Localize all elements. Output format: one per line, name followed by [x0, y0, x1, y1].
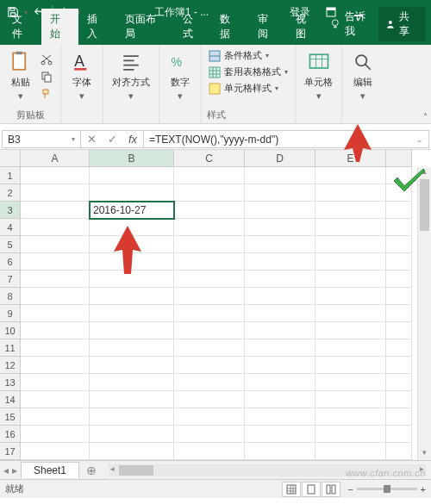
cell-B10[interactable]: [90, 322, 174, 339]
cell-A6[interactable]: [21, 253, 90, 271]
cell-E1[interactable]: [315, 167, 386, 184]
cell-C12[interactable]: [174, 357, 245, 374]
cell-E5[interactable]: [315, 236, 386, 253]
copy-icon[interactable]: [38, 69, 55, 84]
alignment-button[interactable]: 对齐方式▾: [109, 48, 153, 103]
cell-C2[interactable]: [174, 184, 245, 202]
row-header[interactable]: 15: [0, 408, 21, 426]
zoom-in-icon[interactable]: +: [421, 484, 426, 495]
cell-C13[interactable]: [174, 374, 245, 391]
zoom-out-icon[interactable]: −: [347, 484, 353, 495]
number-button[interactable]: % 数字▾: [165, 48, 196, 103]
cells-button[interactable]: 单元格▾: [301, 48, 336, 103]
row-header[interactable]: 9: [0, 305, 21, 322]
cell-B12[interactable]: [90, 357, 174, 374]
row-header[interactable]: 4: [0, 219, 21, 236]
cell-E16[interactable]: [315, 426, 386, 443]
cell-E9[interactable]: [315, 305, 386, 322]
row-header[interactable]: 7: [0, 271, 21, 288]
tab-home[interactable]: 开始: [41, 9, 79, 45]
column-header[interactable]: B: [90, 150, 174, 167]
name-box-dropdown-icon[interactable]: ▾: [72, 135, 75, 143]
tell-me-icon[interactable]: [329, 18, 341, 30]
cell-styles-button[interactable]: 单元格样式▾: [207, 81, 280, 96]
share-button[interactable]: 共享: [378, 7, 426, 41]
cell-C17[interactable]: [174, 443, 245, 460]
cell-A17[interactable]: [21, 443, 90, 460]
cell-D10[interactable]: [245, 322, 315, 339]
login-link[interactable]: 登录: [290, 5, 310, 20]
cell-D17[interactable]: [245, 443, 315, 460]
enter-formula-icon[interactable]: ✓: [102, 133, 122, 146]
cell-A1[interactable]: [21, 167, 90, 184]
cell-D15[interactable]: [245, 408, 315, 426]
cell-A3[interactable]: [21, 202, 90, 219]
cell-B17[interactable]: [90, 443, 174, 460]
formula-input[interactable]: =TEXT(NOW(),"yyyy-m-dd") ⌄: [144, 130, 429, 148]
cell-C3[interactable]: [174, 202, 245, 219]
cell-D12[interactable]: [245, 357, 315, 374]
cell-A10[interactable]: [21, 322, 90, 339]
row-header[interactable]: 5: [0, 236, 21, 253]
cell-A9[interactable]: [21, 305, 90, 322]
editing-button[interactable]: 编辑▾: [347, 48, 378, 103]
row-header[interactable]: 14: [0, 391, 21, 408]
normal-view-icon[interactable]: [282, 482, 301, 497]
scroll-down-icon[interactable]: ▾: [418, 448, 431, 460]
sheet-tab[interactable]: Sheet1: [21, 462, 79, 478]
cell-C6[interactable]: [174, 253, 245, 271]
cell-D3[interactable]: [245, 202, 315, 219]
paste-button[interactable]: 粘贴 ▾: [5, 48, 36, 103]
page-layout-view-icon[interactable]: [302, 482, 321, 497]
cell-B14[interactable]: [90, 391, 174, 408]
tell-me-label[interactable]: 告诉我: [345, 9, 375, 39]
cell-B3[interactable]: 2016-10-27: [90, 202, 174, 219]
cell-E11[interactable]: [315, 339, 386, 357]
column-header[interactable]: A: [21, 150, 90, 167]
cell-C16[interactable]: [174, 426, 245, 443]
cell-A15[interactable]: [21, 408, 90, 426]
cell-D11[interactable]: [245, 339, 315, 357]
cell-A16[interactable]: [21, 426, 90, 443]
cell-C15[interactable]: [174, 408, 245, 426]
cell-C4[interactable]: [174, 219, 245, 236]
cell-E7[interactable]: [315, 271, 386, 288]
cell-B1[interactable]: [90, 167, 174, 184]
row-header[interactable]: 3: [0, 202, 21, 219]
cell-B9[interactable]: [90, 305, 174, 322]
name-box[interactable]: B3 ▾: [2, 130, 81, 148]
cell-B11[interactable]: [90, 339, 174, 357]
cell-A7[interactable]: [21, 271, 90, 288]
row-header[interactable]: 6: [0, 253, 21, 271]
cell-E13[interactable]: [315, 374, 386, 391]
cell-E14[interactable]: [315, 391, 386, 408]
row-header[interactable]: 1: [0, 167, 21, 184]
cell-E12[interactable]: [315, 357, 386, 374]
column-header[interactable]: C: [174, 150, 245, 167]
add-sheet-icon[interactable]: ⊕: [79, 464, 103, 477]
cell-A14[interactable]: [21, 391, 90, 408]
format-painter-icon[interactable]: [38, 86, 55, 102]
cell-D16[interactable]: [245, 426, 315, 443]
zoom-slider[interactable]: [357, 488, 417, 490]
cell-A4[interactable]: [21, 219, 90, 236]
cell-E6[interactable]: [315, 253, 386, 271]
select-all-corner[interactable]: [0, 150, 21, 167]
row-header[interactable]: 12: [0, 357, 21, 374]
cell-C5[interactable]: [174, 236, 245, 253]
cell-C14[interactable]: [174, 391, 245, 408]
cell-C11[interactable]: [174, 339, 245, 357]
cell-E3[interactable]: [315, 202, 386, 219]
cell-D9[interactable]: [245, 305, 315, 322]
cell-E10[interactable]: [315, 322, 386, 339]
cell-B13[interactable]: [90, 374, 174, 391]
cell-D7[interactable]: [245, 271, 315, 288]
row-header[interactable]: 10: [0, 322, 21, 339]
cut-icon[interactable]: [38, 52, 55, 67]
row-header[interactable]: 13: [0, 374, 21, 391]
expand-formula-icon[interactable]: ⌄: [416, 135, 423, 144]
cell-D1[interactable]: [245, 167, 315, 184]
cell-A2[interactable]: [21, 184, 90, 202]
cancel-formula-icon[interactable]: ✕: [81, 133, 102, 146]
collapse-ribbon-icon[interactable]: ˄: [423, 112, 428, 121]
